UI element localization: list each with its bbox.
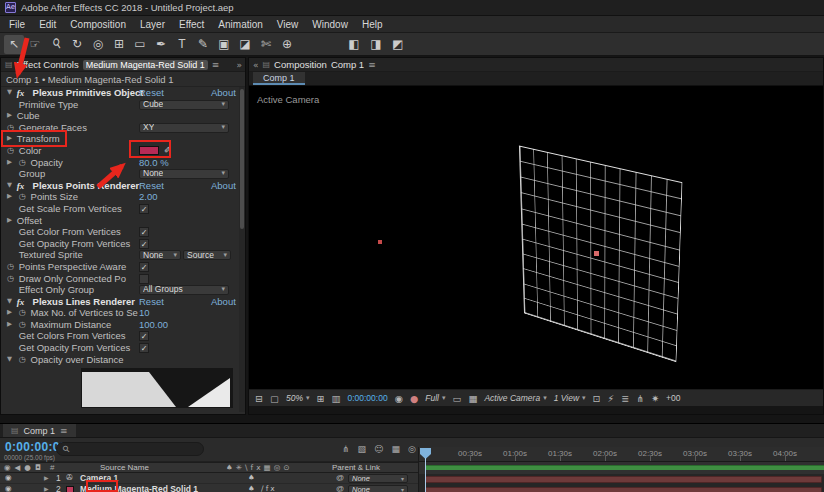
layer-duration-bar[interactable]: [425, 487, 822, 492]
flowchart-icon[interactable]: ⋔: [636, 393, 644, 404]
mini-flowchart-icon[interactable]: ⋔: [342, 444, 350, 454]
composition-tab-comp-name[interactable]: Comp 1: [331, 59, 364, 70]
exposure-value[interactable]: +00: [666, 393, 680, 403]
snapshot-icon[interactable]: ◉: [395, 393, 403, 404]
work-area-bar[interactable]: [425, 465, 824, 470]
layer-switches[interactable]: ♠: [248, 473, 257, 483]
roto-brush-tool-icon[interactable]: ✄: [256, 35, 276, 54]
parent-link-column-header[interactable]: Parent & Link: [332, 463, 380, 473]
stopwatch-icon[interactable]: ◷: [17, 191, 28, 203]
eye-icon[interactable]: ◉: [5, 473, 12, 483]
menu-effect[interactable]: Effect: [172, 19, 211, 30]
hide-shy-layers-icon[interactable]: ☺: [374, 444, 383, 454]
lock-icon[interactable]: ◘: [35, 463, 41, 473]
view-axis-mode-icon[interactable]: ◩: [388, 35, 408, 54]
audio-icon[interactable]: ◀: [15, 463, 21, 473]
color-swatch[interactable]: [139, 146, 159, 155]
generate-faces-dropdown[interactable]: XY▾: [139, 123, 229, 133]
selection-tool-icon[interactable]: ↖: [4, 35, 24, 54]
camera-tool-icon[interactable]: ◎: [88, 35, 108, 54]
exposure-icon[interactable]: ✷: [651, 393, 659, 404]
pickwhip-icon[interactable]: @: [336, 484, 344, 492]
effect-only-group-dropdown[interactable]: All Groups▾: [139, 285, 229, 295]
pen-tool-icon[interactable]: ✒: [151, 35, 171, 54]
twirl-right-icon[interactable]: ▶: [5, 191, 14, 203]
checkbox-checked[interactable]: ✓: [139, 239, 149, 249]
viewer-timecode[interactable]: 0:00:00:00: [347, 393, 387, 403]
always-preview-icon[interactable]: ⊟: [255, 393, 263, 404]
layer-switches[interactable]: ♠ /fx: [248, 484, 277, 492]
twirl-down-icon[interactable]: ▼: [5, 296, 14, 308]
checkbox-unchecked[interactable]: [139, 274, 149, 284]
shape-tool-icon[interactable]: ▭: [130, 35, 150, 54]
layer-duration-bar[interactable]: [425, 476, 822, 483]
frame-blending-icon[interactable]: ▦: [391, 444, 400, 454]
type-tool-icon[interactable]: T: [172, 35, 192, 54]
opacity-curve-graph[interactable]: [81, 368, 233, 408]
effect-header-lines[interactable]: ▼ fx Plexus Lines Renderer Reset About: [1, 296, 239, 308]
hand-tool-icon[interactable]: ☞: [25, 35, 45, 54]
eraser-tool-icon[interactable]: ◪: [235, 35, 255, 54]
motion-blur-icon[interactable]: ◎: [408, 444, 416, 454]
panel-menu-icon[interactable]: ≡: [212, 60, 220, 70]
effect-controls-tab[interactable]: Effect Controls: [17, 59, 79, 70]
pan-behind-tool-icon[interactable]: ⊞: [109, 35, 129, 54]
points-size-value[interactable]: 2.00: [139, 191, 158, 203]
twirl-down-icon[interactable]: ▼: [5, 354, 14, 366]
tab-overflow-right-icon[interactable]: »: [236, 60, 242, 70]
about-link[interactable]: About: [211, 296, 236, 308]
twirl-right-icon[interactable]: ▶: [5, 157, 14, 169]
twirl-right-icon[interactable]: ▶: [44, 473, 49, 483]
eye-icon[interactable]: ◉: [4, 463, 11, 473]
twirl-right-icon[interactable]: ▶: [44, 484, 49, 492]
index-column-header[interactable]: #: [50, 463, 54, 473]
panel-menu-icon[interactable]: ≡: [368, 60, 376, 70]
twirl-right-icon[interactable]: ▶: [5, 215, 14, 227]
fx-badge-icon[interactable]: fx: [17, 88, 30, 98]
composition-viewport[interactable]: Active Camera: [249, 86, 823, 389]
row-cube-group[interactable]: ▶ Cube: [1, 110, 239, 122]
eye-icon[interactable]: ◉: [5, 484, 12, 492]
scrollbar-thumb[interactable]: [240, 89, 244, 229]
row-offset-group[interactable]: ▶ Offset: [1, 215, 239, 227]
checkbox-checked[interactable]: ✓: [139, 204, 149, 214]
viewer-tab-comp1[interactable]: Comp 1: [253, 72, 305, 85]
roi-icon[interactable]: ▭: [452, 393, 461, 404]
panel-menu-icon[interactable]: ≡: [60, 426, 68, 436]
twirl-right-icon[interactable]: ▶: [5, 319, 14, 331]
menu-view[interactable]: View: [270, 19, 306, 30]
row-opacity-over-distance[interactable]: ▼ ◷ Opacity over Distance: [1, 354, 239, 366]
twirl-right-icon[interactable]: ▶: [5, 133, 14, 145]
panel-grip-icon[interactable]: ▤: [5, 60, 13, 69]
transparency-grid-icon[interactable]: ▦: [468, 393, 477, 404]
effect-controls-target-name[interactable]: Medium Magenta-Red Solid 1: [83, 60, 208, 70]
grid-guides-icon[interactable]: ⊞: [316, 393, 324, 404]
max-vertices-value[interactable]: 10: [139, 307, 150, 319]
layer-row-camera[interactable]: ◉ ▶ 1 ✇ Camera 1 ♠ @ None▾: [0, 473, 418, 484]
about-link[interactable]: About: [211, 87, 236, 99]
composition-tab[interactable]: Composition: [274, 59, 327, 70]
layer-color-chip[interactable]: [66, 486, 74, 492]
fast-previews-icon[interactable]: ⚡: [608, 393, 615, 404]
scrollbar[interactable]: [239, 87, 245, 412]
menu-window[interactable]: Window: [305, 19, 355, 30]
stopwatch-icon[interactable]: ◷: [5, 273, 16, 285]
stopwatch-icon[interactable]: ◷: [5, 122, 16, 134]
effect-header-primitives[interactable]: ▼ fx Plexus Primitives Object Reset Abou…: [1, 87, 239, 99]
stopwatch-icon[interactable]: ◷: [17, 319, 28, 331]
menu-composition[interactable]: Composition: [63, 19, 133, 30]
menu-help[interactable]: Help: [355, 19, 390, 30]
fx-badge-icon[interactable]: fx: [17, 181, 30, 191]
menu-edit[interactable]: Edit: [32, 19, 63, 30]
magnification-dropdown[interactable]: 50%▾: [286, 393, 310, 403]
resolution-dropdown[interactable]: Full▾: [425, 393, 445, 403]
row-transform-group[interactable]: ▶ Transform: [1, 133, 239, 145]
camera-view-dropdown[interactable]: Active Camera▾: [484, 393, 546, 403]
clone-stamp-tool-icon[interactable]: ▣: [214, 35, 234, 54]
parent-dropdown[interactable]: None▾: [348, 474, 408, 483]
timeline-track-area[interactable]: 00:30s 01:00s 01:30s 02:00s 02:30s 03:00…: [418, 447, 824, 492]
layer-name[interactable]: Medium Magenta-Red Solid 1: [80, 484, 198, 492]
solo-icon[interactable]: ●: [24, 463, 31, 473]
zoom-tool-icon[interactable]: ⚲: [46, 35, 66, 54]
maximum-distance-value[interactable]: 100.00: [139, 319, 168, 331]
